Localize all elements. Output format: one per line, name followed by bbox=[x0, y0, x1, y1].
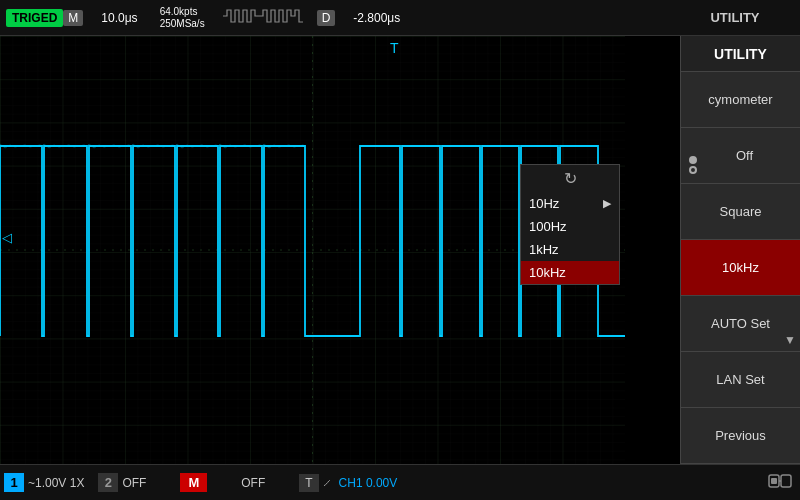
freq-10khz-btn[interactable]: 10kHz bbox=[681, 240, 800, 296]
t-badge: T bbox=[299, 474, 318, 492]
freq-10hz[interactable]: 10Hz ▶ bbox=[521, 192, 619, 215]
sample-info: 64.0kpts 250MSa/s bbox=[160, 6, 217, 30]
scope-area: T ◁ ↻ 10Hz ▶ 100Hz 1kHz 10kHz bbox=[0, 36, 625, 464]
top-bar: TRIGED M 10.0μs 64.0kpts 250MSa/s D -2.8… bbox=[0, 0, 800, 36]
usb-icon bbox=[768, 470, 796, 496]
freq-10khz[interactable]: 10kHz bbox=[521, 261, 619, 284]
radio-filled-icon bbox=[689, 152, 697, 160]
freq-arrow: ▶ bbox=[603, 197, 611, 210]
ch2-off: OFF bbox=[122, 476, 146, 490]
ch1-num: 1 bbox=[4, 473, 24, 492]
d-badge: D bbox=[317, 10, 336, 26]
radio-empty-icon bbox=[689, 166, 697, 174]
svg-rect-6 bbox=[771, 478, 777, 484]
triged-badge: TRIGED bbox=[6, 9, 63, 27]
previous-btn[interactable]: Previous bbox=[681, 408, 800, 464]
m-badge: M bbox=[63, 10, 83, 26]
trigger-pos: -2.800μs bbox=[353, 11, 412, 25]
freq-dropdown: ↻ 10Hz ▶ 100Hz 1kHz 10kHz bbox=[520, 164, 620, 285]
auto-set-btn[interactable]: AUTO Set ▼ bbox=[681, 296, 800, 352]
bottom-bar: 1 ~1.00V 1X 2 OFF M OFF T ⟋ CH1 0.00V bbox=[0, 464, 800, 500]
ch1-value: ~1.00V 1X bbox=[28, 476, 84, 490]
waveform-icon bbox=[223, 6, 303, 29]
time-div: 10.0μs bbox=[101, 11, 149, 25]
cymometer-btn[interactable]: cymometer bbox=[681, 72, 800, 128]
down-arrow-icon: ▼ bbox=[784, 333, 796, 347]
ch2-num: 2 bbox=[98, 473, 118, 492]
m-red-badge: M bbox=[180, 473, 207, 492]
freq-refresh-icon[interactable]: ↻ bbox=[521, 165, 619, 192]
freq-100hz[interactable]: 100Hz bbox=[521, 215, 619, 238]
freq-1khz[interactable]: 1kHz bbox=[521, 238, 619, 261]
trigger-slope-icon: ⟋ bbox=[321, 476, 333, 490]
square-btn[interactable]: Square bbox=[681, 184, 800, 240]
math-off: OFF bbox=[241, 476, 265, 490]
off-btn[interactable]: Off bbox=[681, 128, 800, 184]
ch1-trig-val: CH1 0.00V bbox=[339, 476, 398, 490]
right-panel: UTILITY cymometer Off Square 10kHz AUTO … bbox=[680, 36, 800, 464]
lan-set-btn[interactable]: LAN Set bbox=[681, 352, 800, 408]
svg-rect-7 bbox=[781, 475, 791, 487]
utility-header-btn: UTILITY bbox=[681, 36, 800, 72]
utility-label: UTILITY bbox=[680, 10, 800, 25]
